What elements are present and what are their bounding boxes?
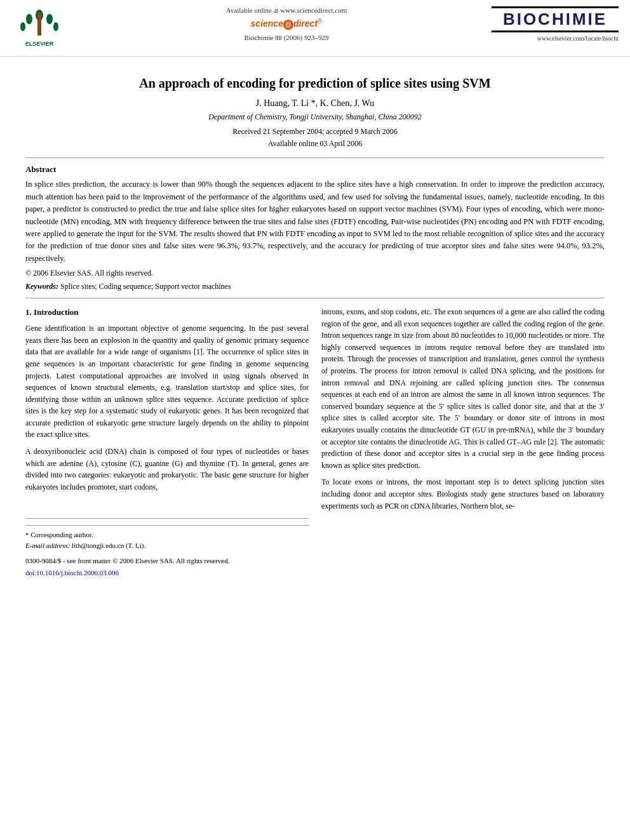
divider-1: [25, 157, 605, 158]
header-center: Available online at www.sciencedirect.co…: [81, 6, 492, 52]
journal-name: BIOCHIMIE: [492, 6, 619, 32]
article-title: An approach of encoding for prediction o…: [25, 74, 605, 92]
elsevier-logo: ELSEVIER: [11, 6, 67, 50]
copyright: © 2006 Elsevier SAS. All rights reserved…: [25, 269, 605, 278]
doi-line: doi:10.1016/j.biochi.2006.03.006: [25, 568, 309, 578]
left-column: 1. Introduction Gene identification is a…: [25, 306, 309, 578]
affiliation: Department of Chemistry, Tongji Universi…: [25, 112, 605, 122]
svg-text:ELSEVIER: ELSEVIER: [25, 41, 54, 47]
section1-paragraph2: A deoxyribonucleic acid (DNA) chain is c…: [25, 446, 309, 493]
email-line: E-mail address: lith@tongji.edu.cn (T. L…: [25, 540, 309, 551]
svg-point-2: [26, 14, 32, 24]
abstract-section: Abstract In splice sites prediction, the…: [25, 164, 605, 291]
corresponding-author: * Corresponding author.: [25, 530, 309, 540]
footer-divider: [25, 518, 309, 519]
elsevier-logo-area: ELSEVIER: [11, 6, 81, 52]
section1-paragraph1: Gene identification is an important obje…: [25, 323, 309, 441]
abstract-text: In splice sites prediction, the accuracy…: [25, 178, 605, 265]
page-header: ELSEVIER Available online at www.science…: [0, 0, 630, 57]
divider-2: [25, 298, 605, 298]
issn-line: 0300-9084/$ - see front matter © 2006 El…: [25, 556, 309, 566]
footer-area: * Corresponding author. E-mail address: …: [25, 518, 309, 578]
journal-info: Biochimie 88 (2006) 923–929: [81, 34, 492, 41]
svg-rect-6: [37, 13, 41, 36]
right-paragraph2: To locate exons or introns, the most imp…: [321, 476, 605, 512]
sd-circle-icon: @: [283, 20, 293, 30]
available-online-text: Available online at www.sciencedirect.co…: [81, 6, 492, 14]
sciencedirect-logo: science@direct®: [81, 18, 492, 30]
journal-branding: BIOCHIMIE www.elsevier.com/locate/biochi: [492, 6, 619, 52]
svg-point-5: [53, 22, 58, 31]
journal-website: www.elsevier.com/locate/biochi: [492, 35, 619, 42]
abstract-heading: Abstract: [25, 164, 605, 175]
right-paragraph1: introns, exons, and stop codons, etc. Th…: [321, 306, 605, 471]
two-column-body: 1. Introduction Gene identification is a…: [25, 306, 605, 578]
right-column: introns, exons, and stop codons, etc. Th…: [321, 306, 605, 578]
main-content: An approach of encoding for prediction o…: [0, 57, 630, 590]
svg-point-3: [46, 14, 53, 24]
article-dates: Received 21 September 2004; accepted 9 M…: [25, 126, 605, 150]
section1-heading: 1. Introduction: [25, 306, 309, 319]
keywords: Keywords: Splice sites; Coding sequence;…: [25, 282, 605, 291]
svg-point-4: [20, 22, 25, 31]
authors: J. Huang, T. Li *, K. Chen, J. Wu: [25, 98, 605, 109]
footer-notes: * Corresponding author. E-mail address: …: [25, 525, 309, 578]
